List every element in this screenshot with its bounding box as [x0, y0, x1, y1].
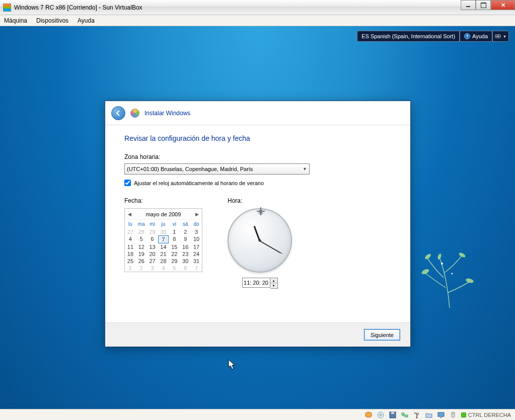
background-leaf-graphic	[414, 242, 485, 313]
status-usb-icon[interactable]	[413, 411, 421, 419]
calendar-day[interactable]: 28	[158, 258, 169, 265]
timezone-label: Zona horaria:	[124, 153, 391, 160]
time-spin-down[interactable]: ▼	[270, 283, 277, 288]
status-hdd-icon[interactable]	[364, 411, 373, 419]
calendar-day[interactable]: 16	[180, 243, 191, 250]
timezone-select[interactable]: (UTC+01:00) Bruselas, Copenhague, Madrid…	[124, 163, 310, 175]
calendar-day[interactable]: 4	[125, 235, 136, 243]
svg-rect-19	[438, 412, 444, 416]
vbox-app-icon	[3, 4, 11, 12]
minimize-button[interactable]	[461, 0, 476, 10]
calendar-day[interactable]: 30	[180, 258, 191, 265]
section-heading: Revisar la configuración de hora y fecha	[124, 134, 391, 142]
help-button[interactable]: ? Ayuda	[460, 31, 492, 42]
vbox-window-title: Windows 7 RC x86 [Corriendo] - Sun Virtu…	[14, 4, 142, 11]
calendar-day[interactable]: 5	[136, 235, 147, 243]
calendar-day[interactable]: 29	[169, 258, 180, 265]
svg-rect-20	[440, 417, 442, 418]
calendar-day-header: mi	[147, 220, 158, 228]
close-button[interactable]	[491, 0, 515, 10]
calendar-grid: lumamijuvisádo27282930123456789101112131…	[125, 220, 202, 272]
calendar-day[interactable]: 19	[136, 250, 147, 258]
calendar-day[interactable]: 22	[169, 250, 180, 258]
time-spin-up[interactable]: ▲	[270, 278, 277, 283]
vbox-statusbar: CTRL DERECHA	[0, 409, 515, 420]
status-display-icon[interactable]	[437, 411, 445, 419]
calendar-day[interactable]: 1	[169, 228, 180, 235]
calendar-day[interactable]: 21	[158, 250, 169, 258]
timezone-value: (UTC+01:00) Bruselas, Copenhague, Madrid…	[127, 166, 253, 172]
calendar-day[interactable]: 7	[158, 235, 169, 243]
svg-point-11	[380, 414, 381, 415]
status-cd-icon[interactable]	[377, 411, 385, 419]
calendar-day: 28	[136, 228, 147, 235]
status-floppy-icon[interactable]	[389, 411, 397, 419]
calendar-day[interactable]: 12	[136, 243, 147, 250]
status-network-icon[interactable]	[401, 411, 409, 419]
calendar-day-header: ju	[158, 220, 169, 228]
time-label: Hora:	[228, 197, 292, 204]
calendar-day: 2	[136, 265, 147, 272]
wizard-footer: Siguiente	[105, 322, 410, 347]
calendar-day[interactable]: 24	[191, 250, 202, 258]
calendar-day[interactable]: 23	[180, 250, 191, 258]
calendar-prev-month[interactable]: ◀	[128, 212, 131, 217]
svg-point-7	[441, 263, 443, 265]
dst-checkbox-row[interactable]: Ajustar el reloj automáticamente al hora…	[124, 180, 391, 186]
menu-maquina[interactable]: Máquina	[4, 17, 27, 24]
calendar-day[interactable]: 13	[147, 243, 158, 250]
time-column: Hora: ▲ ▼	[228, 197, 292, 289]
svg-point-2	[421, 268, 430, 275]
menu-dispositivos[interactable]: Dispositivos	[36, 17, 68, 24]
calendar-next-month[interactable]: ▶	[195, 212, 199, 217]
menu-ayuda[interactable]: Ayuda	[78, 17, 95, 24]
calendar-day-header: lu	[125, 220, 136, 228]
calendar-day[interactable]: 27	[147, 258, 158, 265]
time-input[interactable]	[242, 278, 270, 288]
calendar-day[interactable]: 6	[147, 235, 158, 243]
status-mouse-icon[interactable]	[449, 411, 457, 419]
help-icon: ?	[464, 33, 470, 39]
calendar-day: 29	[147, 228, 158, 235]
language-selector[interactable]: ES Spanish (Spain, International Sort)	[357, 31, 460, 42]
calendar-day: 5	[169, 265, 180, 272]
calendar-day[interactable]: 26	[136, 258, 147, 265]
status-shared-folders-icon[interactable]	[425, 411, 433, 419]
svg-rect-1	[496, 36, 499, 37]
calendar-day[interactable]: 18	[125, 250, 136, 258]
dst-checkbox[interactable]	[124, 180, 131, 186]
calendar-day[interactable]: 31	[191, 258, 202, 265]
svg-rect-17	[418, 413, 419, 414]
calendar-day: 1	[125, 265, 136, 272]
calendar-day[interactable]: 15	[169, 243, 180, 250]
chevron-down-icon: ▼	[303, 166, 307, 172]
language-label: ES Spanish (Spain, International Sort)	[361, 33, 455, 39]
calendar-day[interactable]: 11	[125, 243, 136, 250]
calendar-day[interactable]: 8	[169, 235, 180, 243]
host-key-indicator: CTRL DERECHA	[461, 412, 511, 418]
time-input-group: ▲ ▼	[242, 278, 278, 289]
calendar-day[interactable]: 3	[191, 228, 202, 235]
arrow-left-icon	[115, 110, 122, 117]
host-key-led-icon	[461, 412, 466, 417]
analog-clock	[228, 208, 292, 273]
back-button[interactable]	[111, 106, 125, 120]
calendar-day[interactable]: 2	[180, 228, 191, 235]
wizard-title: Instalar Windows	[144, 110, 190, 117]
calendar-day[interactable]: 14	[158, 243, 169, 250]
svg-point-5	[465, 278, 474, 284]
calendar-day[interactable]: 25	[125, 258, 136, 265]
calendar-day[interactable]: 20	[147, 250, 158, 258]
clock-container: ▲ ▼	[228, 208, 292, 289]
vm-viewport: ES Spanish (Spain, International Sort) ?…	[0, 26, 515, 409]
calendar-day[interactable]: 17	[191, 243, 202, 250]
date-column: Fecha: ◀ mayo de 2009 ▶ lumamijuvisádo27…	[124, 197, 202, 289]
calendar-header: ◀ mayo de 2009 ▶	[125, 209, 202, 220]
installer-disc-icon	[130, 109, 139, 118]
calendar-day[interactable]: 9	[180, 235, 191, 243]
calendar-day[interactable]: 10	[191, 235, 202, 243]
next-button[interactable]: Siguiente	[364, 329, 400, 341]
maximize-button[interactable]	[476, 0, 491, 10]
mouse-cursor-icon	[228, 359, 236, 370]
keyboard-options[interactable]: ▼	[492, 31, 509, 42]
